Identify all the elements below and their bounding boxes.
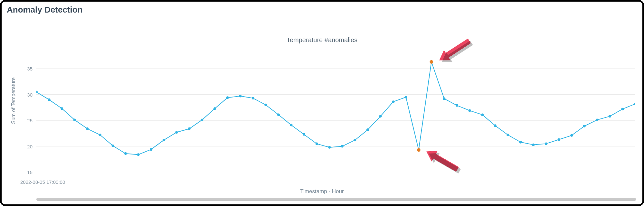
svg-point-39 bbox=[469, 109, 471, 112]
x-first-tick: 2022-08-05 17:00:00 bbox=[20, 179, 65, 185]
svg-point-24 bbox=[277, 113, 280, 116]
svg-point-45 bbox=[545, 143, 547, 145]
svg-point-47 bbox=[570, 134, 573, 137]
svg-point-36 bbox=[430, 60, 433, 64]
x-axis-label: Timestamp - Hour bbox=[2, 188, 642, 195]
svg-point-17 bbox=[188, 127, 191, 130]
svg-point-21 bbox=[239, 95, 242, 98]
svg-point-14 bbox=[150, 148, 152, 151]
svg-point-30 bbox=[354, 139, 356, 141]
svg-point-41 bbox=[494, 124, 497, 127]
svg-point-33 bbox=[392, 100, 394, 103]
svg-point-15 bbox=[163, 139, 165, 141]
y-tick: 30 bbox=[23, 92, 33, 97]
svg-point-50 bbox=[609, 115, 611, 117]
svg-point-44 bbox=[532, 144, 535, 146]
y-tick: 25 bbox=[23, 118, 33, 123]
svg-point-27 bbox=[316, 143, 318, 145]
svg-point-25 bbox=[290, 124, 292, 126]
svg-point-40 bbox=[481, 113, 484, 116]
svg-point-29 bbox=[341, 145, 344, 148]
svg-point-43 bbox=[519, 141, 522, 144]
y-tick: 15 bbox=[23, 170, 33, 175]
svg-point-6 bbox=[48, 98, 51, 101]
svg-point-38 bbox=[456, 104, 458, 107]
svg-point-8 bbox=[73, 119, 76, 121]
svg-point-11 bbox=[111, 145, 114, 147]
svg-point-26 bbox=[303, 133, 305, 136]
svg-point-28 bbox=[328, 146, 331, 149]
horizontal-scrollbar[interactable] bbox=[36, 198, 636, 201]
y-tick: 20 bbox=[23, 144, 33, 149]
svg-point-23 bbox=[264, 104, 267, 106]
panel-title: Anomaly Detection bbox=[7, 5, 83, 15]
svg-point-34 bbox=[405, 96, 407, 98]
svg-point-22 bbox=[252, 97, 254, 99]
svg-point-12 bbox=[124, 152, 127, 155]
svg-point-10 bbox=[99, 134, 101, 136]
svg-point-48 bbox=[583, 125, 586, 127]
chart-title: Temperature #anomalies bbox=[2, 36, 642, 44]
svg-point-20 bbox=[226, 96, 229, 99]
svg-point-13 bbox=[137, 153, 140, 156]
svg-point-7 bbox=[61, 107, 63, 110]
svg-point-35 bbox=[417, 148, 421, 152]
svg-point-19 bbox=[213, 107, 216, 110]
anomaly-arrow-icon bbox=[423, 145, 469, 174]
svg-point-49 bbox=[596, 119, 598, 121]
svg-point-9 bbox=[86, 127, 89, 130]
svg-point-46 bbox=[558, 138, 560, 141]
line-chart bbox=[36, 53, 635, 172]
svg-point-42 bbox=[507, 134, 509, 136]
svg-point-16 bbox=[175, 131, 178, 134]
svg-point-31 bbox=[366, 128, 369, 131]
svg-point-37 bbox=[443, 98, 445, 100]
svg-point-51 bbox=[621, 108, 624, 110]
anomaly-arrow-icon bbox=[436, 38, 481, 67]
svg-point-52 bbox=[634, 103, 635, 105]
y-tick: 35 bbox=[23, 66, 33, 71]
anomaly-chart-frame: { "panel": { "title": "Anomaly Detection… bbox=[0, 0, 644, 206]
svg-point-18 bbox=[201, 119, 203, 121]
y-axis-label: Sum of Temperature bbox=[11, 77, 16, 124]
svg-point-32 bbox=[379, 115, 382, 117]
